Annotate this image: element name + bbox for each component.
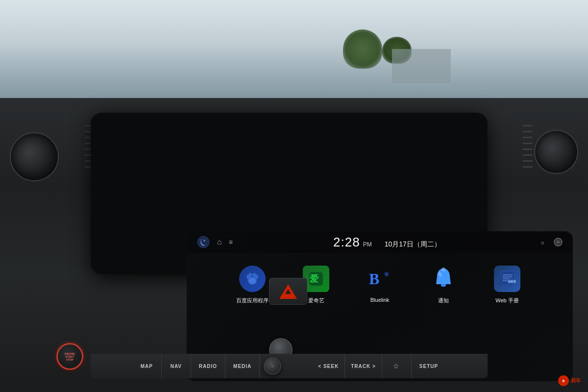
screen-bezel: ⌂ ≡ 2:28 PM 10月17日（周二） ⌾ — [91, 113, 488, 274]
svg-point-0 — [197, 236, 209, 248]
vent-line — [523, 143, 533, 144]
watermark-symbol: e — [562, 378, 564, 383]
svg-point-8 — [249, 273, 252, 277]
favorite-button[interactable]: ☆ — [382, 354, 412, 378]
status-bar-left: ⌂ ≡ — [196, 235, 234, 249]
webmanual-icon[interactable]: WEB — [494, 266, 520, 292]
watermark-text: 易车 — [571, 377, 581, 384]
vent-line — [523, 148, 533, 150]
building-decoration — [392, 49, 451, 83]
status-bar: ⌂ ≡ 2:28 PM 10月17日（周二） ⌾ — [187, 231, 573, 253]
right-vent-slats — [523, 122, 533, 176]
settings-icon[interactable] — [553, 237, 563, 247]
app-item-webmanual[interactable]: WEB Web 手册 — [488, 266, 527, 304]
home-icon[interactable]: ⌂ — [217, 238, 222, 246]
watermark-icon: e — [558, 375, 569, 386]
time-ampm: PM — [363, 241, 372, 248]
hazard-button[interactable] — [269, 278, 307, 305]
svg-point-10 — [249, 278, 256, 284]
svg-text:爱: 爱 — [310, 274, 318, 284]
status-bar-center: 2:28 PM 10月17日（周二） — [234, 235, 540, 250]
nav-button[interactable]: NAV — [162, 354, 191, 378]
vent-line — [523, 154, 533, 156]
vent-line — [523, 137, 533, 138]
tree-decoration-1 — [343, 29, 382, 69]
seek-back-button[interactable]: < SEEK — [312, 354, 345, 378]
start-stop-label: ENGINESTARTSTOP — [65, 352, 75, 361]
sky-background — [0, 0, 588, 108]
bluelink-label: Bluelink — [370, 297, 390, 303]
map-button[interactable]: MAP — [132, 354, 162, 378]
date-display: 10月17日（周二） — [385, 240, 441, 249]
svg-point-4 — [557, 241, 560, 244]
notify-label: 通知 — [438, 297, 449, 304]
svg-text:WEB: WEB — [508, 280, 516, 283]
radio-button[interactable]: RADIO — [191, 354, 225, 378]
left-air-vent — [10, 132, 59, 181]
media-button[interactable]: MEDIA — [225, 354, 260, 378]
status-bar-right: ⌾ — [540, 237, 563, 247]
watermark: e 易车 — [558, 375, 581, 386]
webmanual-label: Web 手册 — [495, 297, 518, 304]
svg-rect-15 — [441, 284, 446, 287]
vent-line — [523, 166, 533, 168]
baidu-label: 百度应用程序 — [236, 297, 269, 304]
iqiyi-label: 爱奇艺 — [308, 297, 324, 304]
baidu-icon[interactable] — [239, 266, 266, 292]
time-display: 2:28 — [333, 235, 360, 250]
notify-icon[interactable] — [430, 266, 457, 292]
setup-button[interactable]: SETUP — [412, 354, 446, 378]
power-button[interactable] — [264, 357, 281, 375]
engine-start-stop-button[interactable]: ENGINESTARTSTOP — [56, 343, 83, 370]
controls-strip: MAP NAV RADIO MEDIA < SEEK TRACK > ☆ SET… — [91, 354, 488, 378]
weather-icon[interactable] — [196, 235, 210, 249]
svg-text:®: ® — [384, 270, 389, 278]
svg-point-16 — [441, 268, 445, 271]
right-air-vent — [534, 130, 578, 174]
vent-line — [523, 125, 533, 126]
app-grid: 百度应用程序 爱 爱奇艺 B ® — [187, 256, 573, 314]
app-item-notify[interactable]: 通知 — [424, 266, 463, 304]
svg-text:B: B — [369, 270, 379, 288]
bluelink-icon[interactable]: B ® — [367, 266, 393, 292]
svg-text:⌾: ⌾ — [541, 240, 544, 245]
hazard-triangle-icon — [279, 284, 297, 299]
track-button[interactable]: TRACK > — [345, 354, 382, 378]
vent-line — [523, 160, 533, 162]
app-item-baidu[interactable]: 百度应用程序 — [233, 266, 272, 304]
app-item-bluelink[interactable]: B ® Bluelink — [360, 266, 399, 303]
svg-point-9 — [253, 273, 256, 277]
vent-line — [523, 131, 533, 132]
svg-point-1 — [203, 240, 205, 242]
menu-icon[interactable]: ≡ — [229, 238, 234, 246]
connectivity-icon: ⌾ — [540, 238, 549, 246]
